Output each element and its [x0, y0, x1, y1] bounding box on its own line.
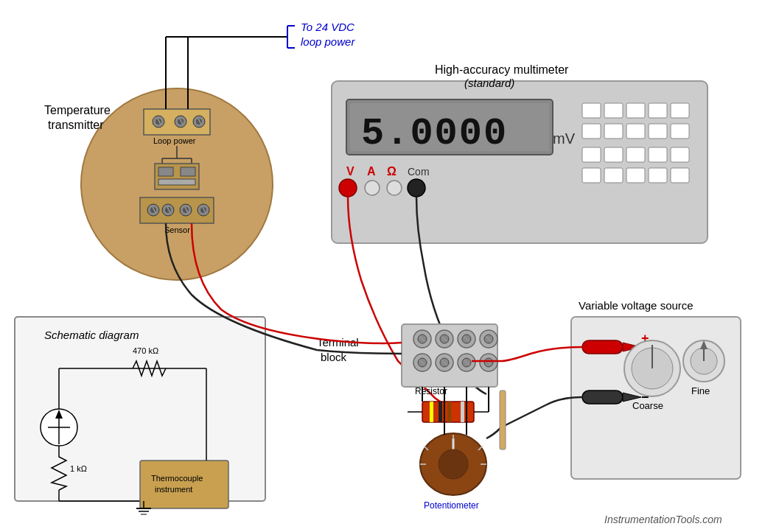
terminal-com-plug	[408, 179, 425, 197]
terminal-v-plug	[339, 179, 357, 197]
mm-btn-12	[604, 147, 623, 162]
watermark: InstrumentationTools.com	[604, 514, 722, 525]
resistor-band-4	[461, 402, 464, 422]
mm-btn-3	[626, 103, 645, 118]
resistor-band-1	[430, 402, 433, 422]
probe-rod	[500, 391, 506, 449]
mm-btn-13	[626, 147, 645, 162]
multimeter-display-unit: mV	[553, 130, 576, 147]
resistor-470k-label: 470 kΩ	[133, 346, 158, 355]
vvs-black-probe	[582, 391, 623, 404]
terminal-com-label: Com	[408, 166, 430, 178]
multimeter-display-value: 5.0000	[361, 112, 508, 155]
board-detail-1	[158, 167, 173, 176]
mm-btn-20	[671, 168, 689, 183]
thermocouple-label-1: Thermocouple	[151, 474, 203, 483]
mm-btn-2	[604, 103, 623, 118]
temp-transmitter-label: Temperature	[44, 104, 111, 116]
resistor-band-3	[447, 402, 451, 422]
mm-btn-5	[671, 103, 689, 118]
multimeter-subtitle: (standard)	[464, 77, 514, 89]
mm-btn-18	[626, 168, 645, 183]
board-detail-2	[181, 167, 195, 176]
mm-btn-1	[582, 103, 601, 118]
mm-btn-17	[604, 168, 623, 183]
mm-btn-10	[671, 124, 689, 139]
pot-knob-center	[439, 449, 468, 479]
terminal-v-label: V	[346, 165, 354, 178]
terminal-ohm-label: Ω	[387, 165, 397, 178]
label-24vdc-2: loop power	[301, 35, 355, 48]
schematic-title: Schematic diagram	[44, 329, 139, 341]
potentiometer-label: Potentiometer	[424, 500, 479, 511]
resistor-label: Resistor	[415, 386, 447, 396]
thermocouple-label-2: instrument	[155, 485, 192, 494]
label-24vdc-1: To 24 VDC	[301, 21, 354, 33]
mm-btn-8	[626, 124, 645, 139]
mm-btn-16	[582, 168, 601, 183]
terminal-ohm-circle	[387, 181, 402, 195]
sensor-text: Sensor	[164, 225, 190, 234]
vvs-red-probe	[582, 340, 623, 354]
loop-power-text: Loop power	[153, 136, 196, 145]
vvs-title: Variable voltage source	[579, 299, 694, 312]
mm-btn-9	[649, 124, 667, 139]
mm-btn-19	[649, 168, 667, 183]
resistor-1k-label: 1 kΩ	[70, 464, 87, 473]
mm-btn-15	[671, 147, 689, 162]
mm-btn-11	[582, 147, 601, 162]
terminal-a-label: A	[367, 165, 376, 178]
mm-btn-7	[604, 124, 623, 139]
mm-btn-4	[649, 103, 667, 118]
mm-btn-14	[649, 147, 667, 162]
temp-transmitter-label2: transmitter	[48, 119, 104, 131]
vvs-fine-label: Fine	[691, 385, 710, 396]
board-detail-3	[158, 179, 195, 185]
vvs-coarse-label: Coarse	[632, 400, 663, 411]
resistor-band-2	[439, 402, 442, 422]
terminal-a-circle	[365, 181, 380, 195]
multimeter-title: High-accuracy multimeter	[435, 63, 569, 76]
mm-btn-6	[582, 124, 601, 139]
